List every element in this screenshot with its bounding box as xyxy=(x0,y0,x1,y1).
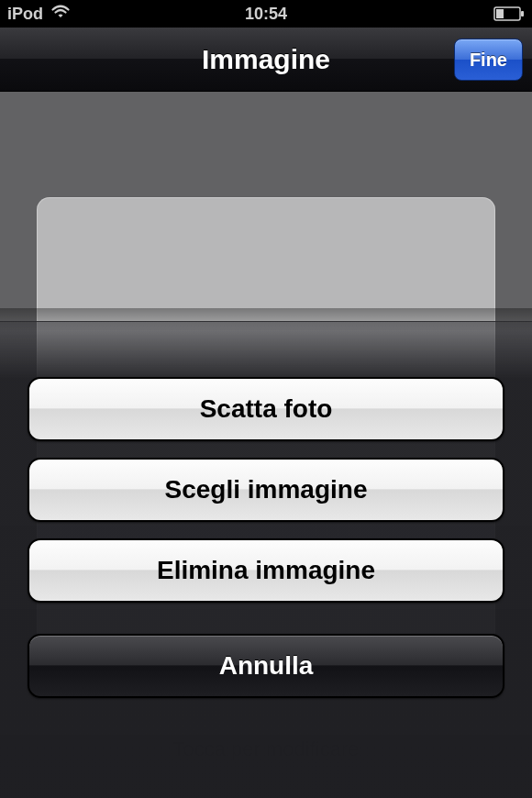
page-title: Immagine xyxy=(202,44,330,75)
carrier-label: iPod xyxy=(7,5,43,24)
status-left: iPod xyxy=(7,5,71,24)
svg-rect-1 xyxy=(496,9,504,18)
action-sheet: Scatta foto Scegli immagine Elimina imma… xyxy=(0,321,532,798)
cancel-button[interactable]: Annulla xyxy=(28,634,504,698)
wifi-icon xyxy=(50,5,71,24)
take-photo-button[interactable]: Scatta foto xyxy=(28,377,504,441)
svg-rect-2 xyxy=(521,11,524,17)
choose-image-button[interactable]: Scegli immagine xyxy=(28,458,504,522)
sheet-top-shadow xyxy=(0,308,532,331)
battery-icon xyxy=(493,6,525,21)
screen: iPod 10:54 Immagine Fine Tocca per modi xyxy=(0,0,532,798)
delete-image-button[interactable]: Elimina immagine xyxy=(28,538,504,603)
done-button[interactable]: Fine xyxy=(454,39,523,81)
clock: 10:54 xyxy=(245,5,287,24)
status-bar: iPod 10:54 xyxy=(0,0,532,28)
nav-bar: Immagine Fine xyxy=(0,28,532,92)
